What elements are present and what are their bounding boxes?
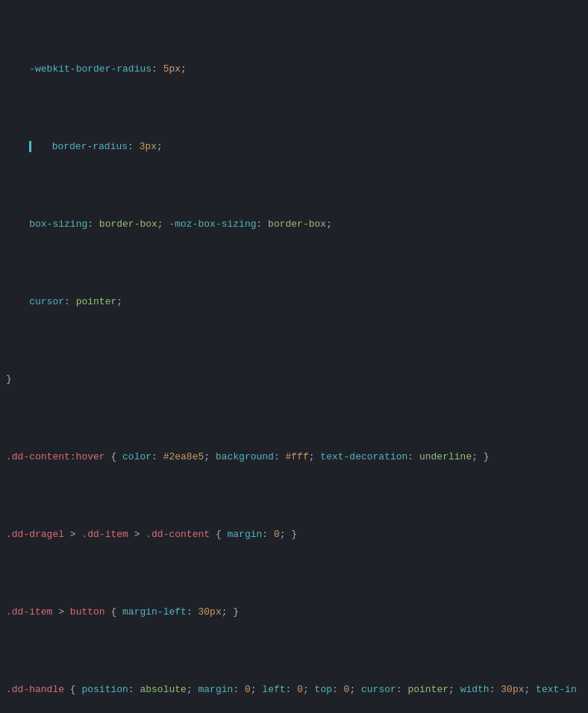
code-line-5: } — [0, 372, 588, 388]
code-line-2: border-radius: 3px; — [0, 139, 588, 155]
code-line-9: .dd-handle { position: absolute; margin:… — [0, 682, 588, 698]
code-line-7: .dd-dragel > .dd-item > .dd-content { ma… — [0, 527, 588, 543]
code-line-1: -webkit-border-radius: 5px; — [0, 62, 588, 78]
code-line-3: box-sizing: border-box; -moz-box-sizing:… — [0, 217, 588, 233]
code-line-4: cursor: pointer; — [0, 295, 588, 310]
code-editor[interactable]: -webkit-border-radius: 5px; border-radiu… — [0, 0, 588, 713]
code-line-6: .dd-content:hover { color: #2ea8e5; back… — [0, 450, 588, 465]
code-line-8: .dd-item > button { margin-left: 30px; } — [0, 605, 588, 621]
